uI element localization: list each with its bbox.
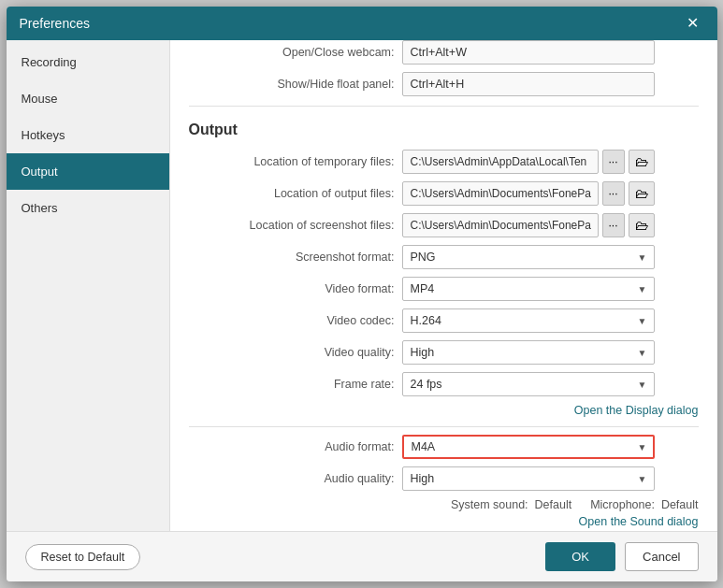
- footer: Reset to Default OK Cancel: [7, 531, 717, 581]
- video-format-row: Video format: MP4 MOV AVI WMV ▼: [189, 277, 699, 301]
- frame-rate-wrapper: 24 fps 30 fps 60 fps ▼: [402, 372, 655, 396]
- show-hide-float-input[interactable]: [402, 72, 655, 96]
- reset-to-default-button[interactable]: Reset to Default: [25, 544, 141, 570]
- dialog-body: Recording Mouse Hotkeys Output Others Op…: [7, 40, 717, 531]
- frame-rate-label: Frame rate:: [189, 378, 395, 391]
- frame-rate-select[interactable]: 24 fps 30 fps 60 fps: [402, 372, 655, 396]
- audio-quality-label: Audio quality:: [189, 472, 395, 485]
- video-codec-row: Video codec: H.264 H.265 MPEG-4 ▼: [189, 308, 699, 333]
- video-quality-label: Video quality:: [189, 346, 395, 359]
- video-quality-wrapper: High Medium Low ▼: [402, 340, 655, 365]
- dialog-title: Preferences: [20, 16, 90, 31]
- audio-quality-select[interactable]: High Medium Low: [402, 466, 655, 491]
- output-files-path-row: C:\Users\Admin\Documents\FonePa ··· 🗁: [402, 181, 655, 206]
- output-files-dots-button[interactable]: ···: [602, 181, 625, 206]
- video-format-label: Video format:: [189, 282, 395, 295]
- section-divider-top: [189, 106, 699, 107]
- microphone-label: Microphone: Default: [590, 498, 698, 511]
- frame-rate-row: Frame rate: 24 fps 30 fps 60 fps ▼: [189, 372, 699, 396]
- sidebar-item-mouse[interactable]: Mouse: [7, 80, 169, 117]
- sidebar-item-recording[interactable]: Recording: [7, 44, 169, 80]
- temp-files-label: Location of temporary files:: [189, 155, 395, 168]
- screenshot-format-wrapper: PNG JPG BMP ▼: [402, 245, 655, 269]
- sound-dialog-link[interactable]: Open the Sound dialog: [579, 515, 699, 528]
- output-section-title: Output: [189, 122, 699, 138]
- screenshot-format-label: Screenshot format:: [189, 251, 395, 264]
- output-files-label: Location of output files:: [189, 187, 395, 200]
- output-files-folder-button[interactable]: 🗁: [629, 181, 655, 206]
- audio-format-select[interactable]: M4A MP3 AAC WAV: [402, 435, 655, 459]
- section-divider-mid: [189, 426, 699, 427]
- video-quality-select[interactable]: High Medium Low: [402, 340, 655, 365]
- video-format-wrapper: MP4 MOV AVI WMV ▼: [402, 277, 655, 301]
- display-dialog-link[interactable]: Open the Display dialog: [574, 404, 699, 417]
- audio-format-row: Audio format: M4A MP3 AAC WAV ▼: [189, 435, 699, 459]
- audio-format-label: Audio format:: [189, 440, 395, 453]
- audio-format-wrapper: M4A MP3 AAC WAV ▼: [402, 435, 655, 459]
- output-files-row: Location of output files: C:\Users\Admin…: [189, 181, 699, 206]
- audio-quality-wrapper: High Medium Low ▼: [402, 466, 655, 491]
- video-codec-label: Video codec:: [189, 314, 395, 327]
- system-sound-label: System sound: Default: [451, 498, 571, 511]
- screenshot-files-row: Location of screenshot files: C:\Users\A…: [189, 213, 699, 237]
- audio-info-row: System sound: Default Microphone: Defaul…: [189, 498, 699, 511]
- cancel-button[interactable]: Cancel: [625, 542, 698, 571]
- sound-dialog-link-row: Open the Sound dialog: [189, 515, 699, 528]
- show-hide-float-row: Show/Hide float panel:: [189, 72, 699, 96]
- screenshot-files-folder-button[interactable]: 🗁: [629, 213, 655, 237]
- video-codec-select[interactable]: H.264 H.265 MPEG-4: [402, 308, 655, 333]
- video-quality-row: Video quality: High Medium Low ▼: [189, 340, 699, 365]
- preferences-dialog: Preferences ✕ Recording Mouse Hotkeys Ou…: [7, 7, 717, 581]
- video-codec-wrapper: H.264 H.265 MPEG-4 ▼: [402, 308, 655, 333]
- sidebar: Recording Mouse Hotkeys Output Others: [7, 40, 170, 531]
- temp-files-folder-button[interactable]: 🗁: [629, 150, 655, 174]
- screenshot-format-select[interactable]: PNG JPG BMP: [402, 245, 655, 269]
- sidebar-item-hotkeys[interactable]: Hotkeys: [7, 117, 169, 153]
- temp-files-dots-button[interactable]: ···: [602, 150, 625, 174]
- content-area: Open/Close webcam: Show/Hide float panel…: [170, 40, 717, 531]
- screenshot-files-dots-button[interactable]: ···: [602, 213, 625, 237]
- open-close-webcam-input[interactable]: [402, 40, 655, 65]
- show-hide-float-label: Show/Hide float panel:: [189, 78, 395, 91]
- temp-files-row: Location of temporary files: C:\Users\Ad…: [189, 150, 699, 174]
- hotkey-fields: Open/Close webcam: Show/Hide float panel…: [189, 40, 699, 96]
- title-bar: Preferences ✕: [7, 7, 717, 40]
- sidebar-item-others[interactable]: Others: [7, 190, 169, 226]
- open-close-webcam-row: Open/Close webcam:: [189, 40, 699, 65]
- screenshot-format-row: Screenshot format: PNG JPG BMP ▼: [189, 245, 699, 269]
- footer-right-buttons: OK Cancel: [545, 542, 698, 571]
- screenshot-files-path-row: C:\Users\Admin\Documents\FonePa ··· 🗁: [402, 213, 655, 237]
- screenshot-files-label: Location of screenshot files:: [189, 219, 395, 232]
- temp-files-path-row: C:\Users\Admin\AppData\Local\Ten ··· 🗁: [402, 150, 655, 174]
- video-format-select[interactable]: MP4 MOV AVI WMV: [402, 277, 655, 301]
- close-button[interactable]: ✕: [681, 14, 704, 33]
- audio-quality-row: Audio quality: High Medium Low ▼: [189, 466, 699, 491]
- output-files-value: C:\Users\Admin\Documents\FonePa: [402, 181, 599, 206]
- temp-files-value: C:\Users\Admin\AppData\Local\Ten: [402, 150, 599, 174]
- open-close-webcam-label: Open/Close webcam:: [189, 46, 395, 59]
- display-dialog-link-row: Open the Display dialog: [189, 404, 699, 417]
- screenshot-files-value: C:\Users\Admin\Documents\FonePa: [402, 213, 599, 237]
- ok-button[interactable]: OK: [545, 542, 615, 571]
- sidebar-item-output[interactable]: Output: [7, 153, 169, 190]
